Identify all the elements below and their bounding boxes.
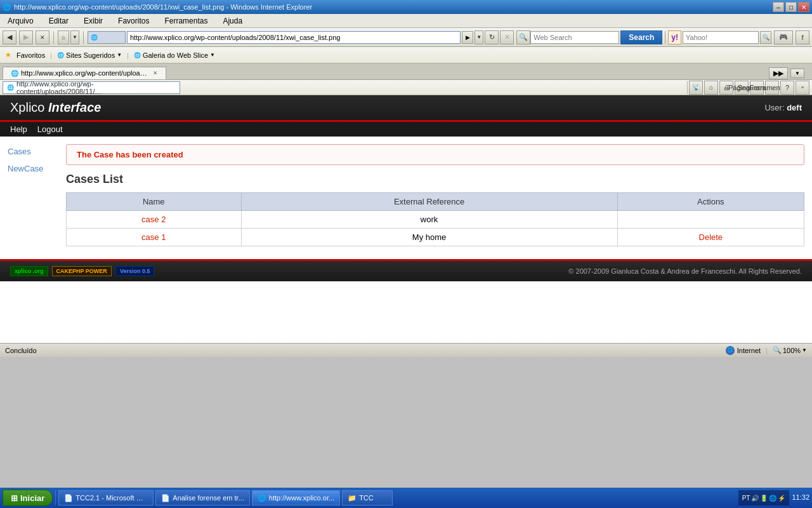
notification-box: The Case has been created bbox=[66, 144, 804, 165]
tab-list-button[interactable]: ▼ bbox=[790, 69, 804, 78]
home-arrow[interactable]: ▼ bbox=[70, 30, 79, 44]
cakephp-badge: CAKEPHP POWER bbox=[52, 266, 112, 276]
close-button[interactable]: ✕ bbox=[798, 2, 809, 12]
cases-title: Cases List bbox=[66, 173, 804, 186]
back-button[interactable]: ◀ bbox=[3, 30, 16, 44]
taskitem-icon-1: 📄 bbox=[161, 494, 170, 502]
zoom-arrow[interactable]: ▼ bbox=[802, 347, 807, 353]
title-bar: 🌐 http://www.xplico.org/wp-content/uploa… bbox=[0, 0, 812, 14]
stop-button[interactable]: ✕ bbox=[500, 30, 514, 44]
address-icon2: 🌐 bbox=[7, 84, 14, 91]
address-go-button[interactable]: ▶ bbox=[462, 31, 473, 44]
zoom-icon: 🔍 bbox=[773, 346, 782, 354]
menu-ferramentas[interactable]: Ferramentas bbox=[162, 15, 210, 27]
games-icon[interactable]: 🎮 bbox=[774, 30, 793, 44]
search-icon-btn[interactable]: 🔍 bbox=[516, 30, 530, 44]
menu-arquivo[interactable]: Arquivo bbox=[5, 15, 36, 27]
tab-bar: 🌐 http://www.xplico.org/wp-content/uploa… bbox=[0, 64, 812, 80]
home-dropdown[interactable]: ⌂ bbox=[58, 30, 69, 44]
facebook-icon[interactable]: f bbox=[796, 30, 809, 44]
tray-icon2: 🔋 bbox=[760, 495, 768, 502]
active-tab[interactable]: 🌐 http://www.xplico.org/wp-content/uploa… bbox=[3, 67, 166, 79]
xplico-sidebar: Cases NewCase bbox=[8, 144, 58, 246]
start-button[interactable]: ⊞ Iniciar bbox=[3, 490, 53, 506]
favorites-bar: ★ Favoritos | 🌐 Sites Sugeridos ▼ | 🌐 Ga… bbox=[0, 47, 812, 64]
internet-icon: 🌐 bbox=[726, 346, 735, 355]
taskitem-icon-3: 📁 bbox=[348, 494, 357, 502]
tray-icon4: ⚡ bbox=[778, 495, 785, 502]
footer-copyright: © 2007-2009 Gianluca Costa & Andrea de F… bbox=[568, 267, 802, 275]
version-badge: Version 0.5 bbox=[115, 266, 155, 276]
windows-icon: ⊞ bbox=[11, 493, 18, 503]
sidebar-cases[interactable]: Cases bbox=[8, 144, 58, 159]
expand-button[interactable]: » bbox=[796, 81, 809, 95]
nav-logout[interactable]: Logout bbox=[37, 124, 63, 134]
new-tab-button[interactable]: ▶▶ bbox=[769, 67, 788, 79]
search-button[interactable]: Search bbox=[620, 30, 662, 44]
tools-button2[interactable]: Ferramentas ▼ bbox=[765, 81, 779, 95]
case2-action bbox=[617, 211, 804, 229]
tray-icon3: 🌐 bbox=[769, 495, 776, 502]
taskbar-right: PT 🔊 🔋 🌐 ⚡ 11:32 bbox=[738, 490, 809, 505]
menu-editar[interactable]: Editar bbox=[46, 15, 71, 27]
case1-link[interactable]: case 1 bbox=[141, 232, 166, 242]
table-row: case 1 My home Delete bbox=[67, 229, 804, 246]
sidebar-newcase[interactable]: NewCase bbox=[8, 161, 58, 176]
home-button2[interactable]: ⌂ bbox=[704, 81, 718, 95]
suggested-sites-link[interactable]: 🌐 Sites Sugeridos ▼ bbox=[57, 51, 122, 59]
tab-label: http://www.xplico.org/wp-content/uploads… bbox=[21, 69, 148, 77]
browser-icon: 🌐 bbox=[3, 3, 11, 11]
footer-badges: xplico .org CAKEPHP POWER Version 0.5 bbox=[10, 266, 154, 276]
favorites-link[interactable]: Favoritos bbox=[16, 51, 45, 59]
help-button[interactable]: ? bbox=[780, 81, 794, 95]
webslice-link[interactable]: 🌐 Galeria do Web Slice ▼ bbox=[134, 51, 215, 59]
search-section: 🔍 Search y! 🔍 bbox=[516, 30, 771, 44]
menu-bar: Arquivo Editar Exibir Favoritos Ferramen… bbox=[0, 14, 812, 28]
nav-help[interactable]: Help bbox=[10, 124, 27, 134]
webslice-arrow[interactable]: ▼ bbox=[210, 52, 215, 58]
taskitem-icon-2: 🌐 bbox=[258, 494, 266, 502]
taskbar-item-3[interactable]: 📁 TCC bbox=[342, 490, 393, 505]
taskitem-icon-0: 📄 bbox=[64, 494, 73, 502]
rss-button[interactable]: 📡 bbox=[689, 81, 703, 95]
yahoo-search-input[interactable] bbox=[683, 31, 759, 44]
taskbar-items: 📄 TCC2.1 - Microsoft W... 📄 Analise fore… bbox=[58, 490, 735, 505]
menu-exibir[interactable]: Exibir bbox=[81, 15, 105, 27]
refresh-button[interactable]: ↻ bbox=[485, 30, 499, 44]
taskbar-item-1[interactable]: 📄 Analise forense em tr... bbox=[155, 490, 250, 505]
zoom-display[interactable]: 🔍 100% ▼ bbox=[773, 346, 807, 354]
taskbar: ⊞ Iniciar 📄 TCC2.1 - Microsoft W... 📄 An… bbox=[0, 488, 812, 508]
address-input[interactable] bbox=[127, 31, 461, 44]
address-dropdown[interactable]: ▼ bbox=[475, 30, 483, 44]
menu-favoritos[interactable]: Favoritos bbox=[115, 15, 152, 27]
lang-indicator: PT bbox=[742, 495, 750, 502]
yahoo-search-button[interactable]: 🔍 bbox=[760, 31, 771, 44]
address-bar-container: 🌐 ▶ ▼ ↻ ✕ bbox=[88, 30, 514, 44]
status-right: 🌐 Internet | 🔍 100% ▼ bbox=[726, 346, 807, 355]
internet-zone: 🌐 Internet bbox=[726, 346, 761, 355]
address-display: 🌐 http://www.xplico.org/wp-content/uploa… bbox=[3, 81, 180, 94]
table-row: case 2 work bbox=[67, 211, 804, 229]
minimize-button[interactable]: – bbox=[773, 2, 784, 12]
system-clock[interactable]: 11:32 bbox=[792, 493, 809, 502]
search-input[interactable] bbox=[530, 31, 619, 44]
taskbar-item-0[interactable]: 📄 TCC2.1 - Microsoft W... bbox=[58, 490, 154, 505]
maximize-button[interactable]: □ bbox=[785, 2, 797, 12]
col-reference: External Reference bbox=[241, 193, 617, 211]
xplico-nav: Help Logout bbox=[0, 120, 812, 137]
internet-label: Internet bbox=[737, 347, 761, 354]
suggested-arrow[interactable]: ▼ bbox=[117, 52, 122, 58]
webslice-icon: 🌐 bbox=[134, 52, 141, 58]
status-text: Concluído bbox=[5, 347, 721, 354]
col-name: Name bbox=[67, 193, 242, 211]
menu-ajuda[interactable]: Ajuda bbox=[220, 15, 245, 27]
taskbar-item-2[interactable]: 🌐 http://www.xplico.or... bbox=[252, 490, 340, 505]
xplico-badge: xplico .org bbox=[10, 266, 48, 276]
toolbar-icons: 🎮 f bbox=[774, 30, 809, 44]
forward-button[interactable]: ▶ bbox=[19, 30, 33, 44]
refresh-stop-button[interactable]: ✕ bbox=[36, 30, 49, 44]
delete-button[interactable]: Delete bbox=[699, 232, 723, 242]
tab-close-icon[interactable]: ✕ bbox=[153, 70, 158, 76]
case2-link[interactable]: case 2 bbox=[141, 215, 166, 224]
case2-reference: work bbox=[241, 211, 617, 229]
